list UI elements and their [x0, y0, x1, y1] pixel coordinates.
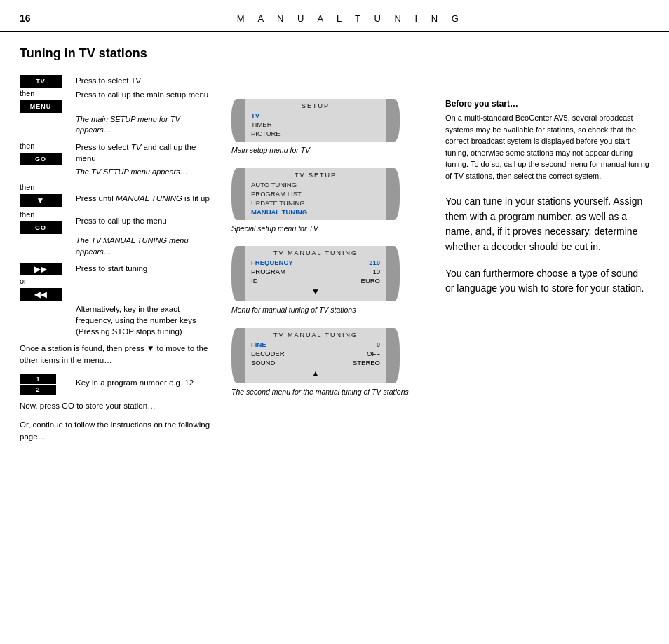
setup-menu-visual: SETUP TV TIMER PICTURE	[231, 99, 400, 142]
num-key-1[interactable]: 1	[20, 374, 56, 384]
text-go1: Press to select TV and call up the menu	[76, 142, 210, 164]
btn-rewind[interactable]: ◀◀	[20, 288, 62, 301]
menu-body-3: TV MANUAL TUNING FREQUENCY 210 PROGRAM 1…	[245, 246, 386, 301]
tv-setup-menu-container: TV SETUP AUTO TUNING PROGRAM LIST UPDATE…	[231, 168, 431, 234]
curve-right-1	[386, 99, 400, 142]
caption-tvmt2: The second menu for the manual tuning of…	[231, 387, 431, 397]
menu-body-2: TV SETUP AUTO TUNING PROGRAM LIST UPDATE…	[245, 168, 386, 220]
instruction-numkeys: Alternatively, key in the exact frequenc…	[20, 303, 210, 337]
menu-value-fine: 0	[377, 341, 380, 348]
menu-label-program: PROGRAM	[251, 268, 285, 275]
menu-value-frequency: 210	[369, 259, 380, 266]
curve-right-4	[386, 328, 400, 383]
menu-value-id: EURO	[361, 277, 380, 285]
caption-setup: Main setup menu for TV	[231, 145, 431, 156]
menu-item-tv-highlight: TV	[251, 111, 380, 120]
label-col-tv: TV	[20, 75, 76, 88]
menu-item-auto-tuning: AUTO TUNING	[251, 180, 380, 189]
btn-tv[interactable]: TV	[20, 75, 62, 88]
label-col-menu: then MENU	[20, 89, 76, 113]
menu-inner-4: TV MANUAL TUNING FINE 0 DECODER OFF SOUN…	[245, 328, 386, 383]
text-fwd: Press to start tuning	[76, 263, 210, 274]
btn-menu[interactable]: MENU	[20, 100, 62, 113]
menu-item-manual-tuning-hl: MANUAL TUNING	[251, 207, 380, 217]
before-start-text: On a multi-standard BeoCenter AV5, sever…	[445, 112, 649, 181]
page-number: 16	[20, 13, 31, 24]
btn-go1[interactable]: GO	[20, 153, 62, 165]
btn-go2[interactable]: GO	[20, 221, 62, 234]
middle-column: SETUP TV TIMER PICTURE Main setup menu f…	[224, 32, 438, 638]
label-col-rew: or ◀◀	[20, 277, 76, 301]
instruction-rew: or ◀◀	[20, 277, 210, 301]
menu-label-decoder: DECODER	[251, 350, 285, 357]
main-text-2: You can furthermore choose a type of sou…	[445, 266, 649, 296]
tv-manual-tuning-1-visual: TV MANUAL TUNING FREQUENCY 210 PROGRAM 1…	[231, 246, 400, 301]
tv-manual-tuning-2-container: TV MANUAL TUNING FINE 0 DECODER OFF SOUN…	[231, 328, 431, 397]
menu-title-tvsetup: TV SETUP	[251, 172, 380, 180]
menu-item-update-tuning: UPDATE TUNING	[251, 198, 380, 207]
menu-label-fine: FINE	[251, 341, 266, 348]
label-col-fwd: ▶▶	[20, 263, 76, 275]
curve-left-1	[231, 99, 245, 142]
text-down: Press until MANUAL TUNING is lit upPress…	[76, 183, 210, 226]
instruction-go1: then GO Press to select TV and call up t…	[20, 142, 210, 165]
note-tv-setup: The TV SETUP menu appears…	[76, 167, 210, 177]
menu-label-frequency: FREQUENCY	[251, 259, 293, 266]
menu-row-program: PROGRAM 10	[251, 267, 380, 276]
footer-note-1: Once a station is found, then press ▼ to…	[20, 343, 210, 367]
note-setup: The main SETUP menu for TV appears…	[76, 114, 210, 136]
caption-tvsetup: Special setup menu for TV	[231, 224, 431, 234]
menu-label-id: ID	[251, 277, 258, 285]
caption-tvmt1: Menu for manual tuning of TV stations	[231, 305, 431, 315]
curve-left-4	[231, 328, 245, 383]
menu-item-timer: TIMER	[251, 120, 380, 129]
label-col-down: then ▼ then GO	[20, 183, 76, 234]
menu-row-fine: FINE 0	[251, 340, 380, 349]
menu-inner-3: TV MANUAL TUNING FREQUENCY 210 PROGRAM 1…	[245, 246, 386, 301]
main-content: Tuning in TV stations TV Press to select…	[0, 32, 669, 638]
menu-inner-2: TV SETUP AUTO TUNING PROGRAM LIST UPDATE…	[245, 168, 386, 220]
menu-body-1: SETUP TV TIMER PICTURE	[245, 99, 386, 142]
footer-note-3: Or, continue to follow the instructions …	[20, 419, 210, 444]
num-key-2[interactable]: 2	[20, 385, 56, 395]
right-col-inner: Before you start… On a multi-standard Be…	[445, 99, 649, 296]
tv-manual-tuning-2-visual: TV MANUAL TUNING FINE 0 DECODER OFF SOUN…	[231, 328, 400, 383]
before-start-title: Before you start…	[445, 99, 649, 109]
btn-down[interactable]: ▼	[20, 194, 62, 207]
label-col-numkey-example: 1 2	[20, 374, 76, 395]
instruction-tv: TV Press to select TV	[20, 75, 210, 88]
menu-body-4: TV MANUAL TUNING FINE 0 DECODER OFF SOUN…	[245, 328, 386, 383]
right-column: Before you start… On a multi-standard Be…	[438, 32, 669, 638]
btn-fast-forward[interactable]: ▶▶	[20, 263, 62, 275]
menu-row-id: ID EURO	[251, 276, 380, 285]
setup-menu-container: SETUP TV TIMER PICTURE Main setup menu f…	[231, 99, 431, 156]
curve-right-2	[386, 168, 400, 220]
then-label-1: then	[20, 89, 34, 97]
note-manual-tuning: The TV MANUAL TUNING menu appears…	[76, 235, 210, 257]
section-title: Tuning in TV stations	[20, 46, 210, 61]
label-col-numkeys	[20, 303, 76, 309]
left-column: Tuning in TV stations TV Press to select…	[0, 32, 224, 638]
instruction-down: then ▼ then GO Press until MANUAL TUNING…	[20, 183, 210, 234]
page-header: 16 M A N U A L T U N I N G	[0, 0, 669, 32]
then-label-4: then	[20, 210, 34, 219]
curve-right-3	[386, 246, 400, 301]
then-label-3: then	[20, 183, 34, 191]
or-label: or	[20, 277, 27, 285]
label-col-go1: then GO	[20, 142, 76, 165]
then-label-2: then	[20, 142, 34, 150]
text-tv: Press to select TV	[76, 75, 210, 86]
menu-title-tvmt1: TV MANUAL TUNING	[251, 249, 380, 258]
text-menu: Press to call up the main setup menu	[76, 89, 210, 100]
menu-label-sound: SOUND	[251, 359, 275, 366]
arrow-up-1: ▲	[251, 367, 380, 380]
text-numkeys: Alternatively, key in the exact frequenc…	[76, 303, 210, 337]
menu-title-setup: SETUP	[251, 102, 380, 111]
instruction-fwd: ▶▶ Press to start tuning	[20, 263, 210, 275]
menu-value-sound: STEREO	[353, 359, 380, 366]
footer-note-2: Now, press GO to store your station…	[20, 400, 210, 412]
main-text-1: You can tune in your stations yourself. …	[445, 194, 649, 255]
menu-row-frequency: FREQUENCY 210	[251, 258, 380, 267]
tv-manual-tuning-1-container: TV MANUAL TUNING FREQUENCY 210 PROGRAM 1…	[231, 246, 431, 315]
curve-left-2	[231, 168, 245, 220]
